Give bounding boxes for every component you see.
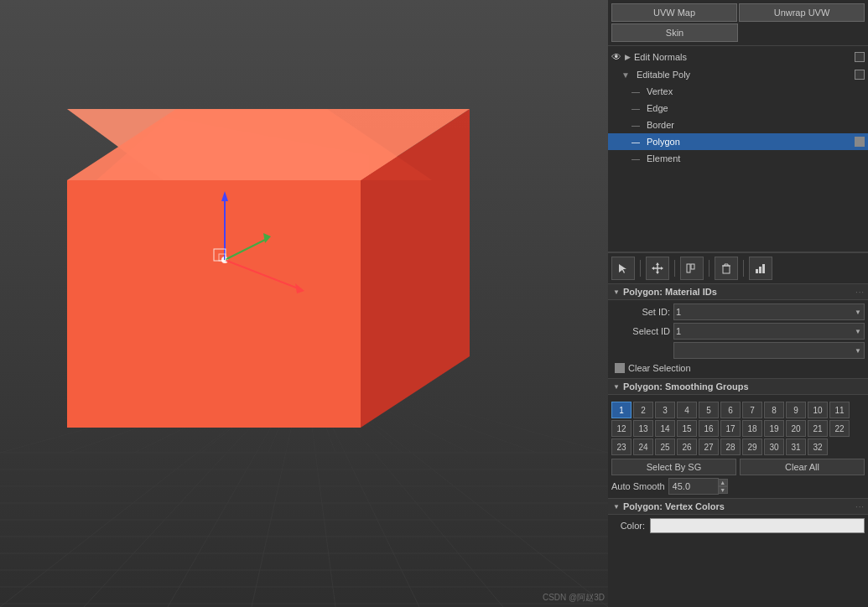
sg-btn-6[interactable]: 6 (720, 402, 741, 418)
sg-btn-12[interactable]: 12 (611, 420, 632, 437)
polygon-checkbox[interactable] (855, 137, 865, 147)
tree-section: 👁 ▶ Edit Normals ▼ Editable Poly — Verte… (608, 45, 868, 169)
edit-normals-checkbox[interactable] (855, 52, 865, 62)
auto-smooth-input[interactable] (668, 478, 719, 495)
svg-marker-46 (656, 262, 659, 265)
sg-btn-23[interactable]: 23 (611, 438, 632, 455)
vc-dots: · · · (855, 502, 863, 511)
unwrap-uvw-button[interactable]: Unwrap UVW (739, 3, 865, 22)
extra-select-wrapper (673, 342, 865, 359)
edit-normals-row[interactable]: 👁 ▶ Edit Normals (608, 48, 868, 66)
sg-btn-31[interactable]: 31 (786, 438, 806, 455)
sg-btn-3[interactable]: 3 (655, 402, 675, 418)
sg-btn-8[interactable]: 8 (764, 402, 784, 418)
sg-btn-26[interactable]: 26 (677, 438, 697, 455)
svg-rect-58 (759, 267, 761, 273)
tree-item-vertex[interactable]: — Vertex (608, 83, 868, 100)
color-swatch[interactable] (650, 518, 865, 533)
mat-id-dots: · · · (855, 288, 863, 297)
sg-btn-22[interactable]: 22 (829, 420, 850, 437)
extra-dropdown-row (611, 342, 865, 359)
sg-title: Polygon: Smoothing Groups (623, 381, 863, 392)
settings-tool-btn[interactable] (680, 257, 704, 280)
select-id-select[interactable]: 12 (673, 323, 865, 340)
right-panel: UVW Map Unwrap UVW Skin 👁 ▶ Edit Normals… (608, 0, 868, 607)
clear-all-btn[interactable]: Clear All (740, 459, 865, 475)
vertex-colors-header[interactable]: ▼ Polygon: Vertex Colors · · · (608, 498, 868, 515)
indent-icon: ▼ (621, 70, 630, 80)
sg-triangle: ▼ (613, 383, 620, 391)
sg-btn-15[interactable]: 15 (677, 420, 697, 437)
eye-icon[interactable]: 👁 (611, 51, 621, 63)
svg-rect-50 (687, 264, 690, 272)
editable-poly-label: Editable Poly (637, 70, 851, 80)
clear-selection-checkbox[interactable] (615, 363, 625, 373)
skin-btn-row: Skin (608, 23, 868, 45)
toolbar-icons (608, 252, 868, 283)
sg-btn-14[interactable]: 14 (655, 420, 675, 437)
auto-smooth-label: Auto Smooth (611, 481, 665, 491)
toolbar-sep3 (709, 260, 709, 277)
smoothing-groups-content: 1 2 3 4 5 6 7 8 9 10 11 12 13 14 15 16 1… (608, 395, 868, 498)
empty-space (608, 169, 868, 252)
editable-poly-checkbox[interactable] (855, 70, 865, 80)
viewport[interactable]: CSDN @阿赵3D (0, 0, 608, 607)
sg-btn-7[interactable]: 7 (742, 402, 762, 418)
clear-selection-label: Clear Selection (628, 363, 691, 373)
graph-tool-btn[interactable] (749, 257, 772, 280)
set-id-select[interactable]: 12 (673, 304, 865, 320)
sg-btn-30[interactable]: 30 (764, 438, 784, 455)
vc-title: Polygon: Vertex Colors (623, 501, 852, 511)
svg-marker-49 (661, 267, 663, 270)
svg-rect-52 (723, 266, 730, 273)
sg-btn-1[interactable]: 1 (611, 402, 632, 418)
sg-btn-5[interactable]: 5 (699, 402, 719, 418)
dash-vertex: — (632, 87, 640, 96)
toolbar-sep4 (743, 260, 744, 277)
vc-triangle: ▼ (613, 503, 620, 511)
skin-button[interactable]: Skin (611, 23, 738, 42)
svg-marker-31 (67, 180, 361, 428)
spinner-arrows: ▲ ▼ (718, 479, 728, 494)
extra-select[interactable] (673, 342, 865, 359)
sg-btn-25[interactable]: 25 (655, 438, 675, 455)
sg-btn-21[interactable]: 21 (808, 420, 828, 437)
sg-btn-17[interactable]: 17 (720, 420, 741, 437)
spinner-up[interactable]: ▲ (718, 479, 728, 486)
tree-item-element[interactable]: — Element (608, 150, 868, 167)
sg-btn-16[interactable]: 16 (699, 420, 719, 437)
sg-btn-32[interactable]: 32 (808, 438, 828, 455)
color-label: Color: (611, 521, 645, 531)
delete-tool-btn[interactable] (715, 257, 738, 280)
spinner-down[interactable]: ▼ (718, 486, 728, 494)
tree-item-polygon[interactable]: — Polygon (608, 133, 868, 150)
material-ids-content: Set ID: 12 Select ID 12 (608, 300, 868, 378)
sg-btn-10[interactable]: 10 (808, 402, 828, 418)
sg-btn-18[interactable]: 18 (742, 420, 762, 437)
sg-btn-2[interactable]: 2 (633, 402, 653, 418)
sg-btn-11[interactable]: 11 (829, 402, 850, 418)
sg-btn-13[interactable]: 13 (633, 420, 653, 437)
editable-poly-row[interactable]: ▼ Editable Poly (608, 66, 868, 83)
tree-item-border[interactable]: — Border (608, 117, 868, 133)
sg-btn-19[interactable]: 19 (764, 420, 784, 437)
select-by-sg-btn[interactable]: Select By SG (611, 459, 736, 475)
sg-btn-9[interactable]: 9 (786, 402, 806, 418)
sg-btn-4[interactable]: 4 (677, 402, 697, 418)
move-tool-btn[interactable] (646, 257, 669, 280)
sg-btn-27[interactable]: 27 (699, 438, 719, 455)
clear-selection-row: Clear Selection (611, 361, 865, 375)
dash-edge: — (632, 104, 640, 113)
material-ids-header[interactable]: ▼ Polygon: Material IDs · · · (608, 283, 868, 300)
sg-btn-24[interactable]: 24 (633, 438, 653, 455)
sg-btn-20[interactable]: 20 (786, 420, 806, 437)
tree-item-edge[interactable]: — Edge (608, 100, 868, 117)
uvwmap-button[interactable]: UVW Map (611, 3, 737, 22)
select-tool-btn[interactable] (611, 257, 635, 280)
sg-btn-28[interactable]: 28 (720, 438, 741, 455)
edge-label: Edge (647, 103, 865, 113)
sg-btn-29[interactable]: 29 (742, 438, 762, 455)
sg-grid: 1 2 3 4 5 6 7 8 9 10 11 12 13 14 15 16 1… (611, 398, 865, 459)
smoothing-groups-header[interactable]: ▼ Polygon: Smoothing Groups (608, 378, 868, 395)
svg-rect-57 (756, 269, 758, 273)
